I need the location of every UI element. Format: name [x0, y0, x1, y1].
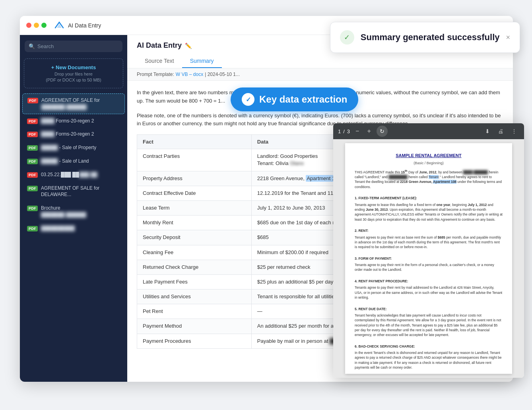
close-button[interactable]	[26, 23, 31, 28]
doc-badge-green: PDF	[27, 226, 38, 231]
prompt-bar: Prompt Template: W VB – docx | 2024-05-1…	[127, 68, 513, 81]
doc-name-8: Brochure ███████ ██████	[41, 205, 86, 218]
sidebar: 🔍 + New Documents Drop your files here (…	[20, 35, 127, 382]
upload-zone[interactable]: + New Documents Drop your files here (PD…	[24, 58, 123, 88]
table-cell-fact: Contract Parties	[137, 149, 252, 171]
bubble-check-circle: ✓	[242, 93, 254, 106]
prompt-label: Prompt Template:	[137, 72, 174, 77]
table-cell-fact: Utilities and Services	[137, 290, 252, 304]
minimize-button[interactable]	[34, 23, 39, 28]
search-input[interactable]	[37, 43, 118, 49]
pdf-print-button[interactable]: 🖨	[495, 126, 506, 136]
doc-item-1[interactable]: PDF AGREEMENT OF SALE for ███████ ██████	[22, 93, 125, 114]
pdf-viewer: 1 / 3 − + ↻ ⬇ 🖨 ⋮ SAMPLE RENTAL AGREEMEN…	[333, 123, 524, 378]
doc-name-3: ████ Forms-20-regen 2	[41, 131, 94, 138]
doc-badge-pdf: PDF	[27, 98, 38, 103]
doc-badge-pdf: PDF	[27, 132, 38, 137]
toast-close-button[interactable]: ×	[506, 33, 510, 42]
upload-subtitle2: (PDF or DOCX up to 50 MB)	[28, 78, 119, 82]
pdf-page-info: 1 / 3	[338, 128, 350, 134]
bubble-check-icon: ✓	[246, 96, 251, 103]
prompt-date: | 2024-05-10 1...	[205, 72, 240, 77]
table-cell-fact: Payment Method	[137, 319, 252, 334]
doc-item-4[interactable]: PDF █████ - Sale of Property	[22, 141, 125, 154]
table-cell-fact: Security Deposit	[137, 230, 252, 245]
toast-message: Summary generated successfully	[361, 32, 500, 43]
doc-list: PDF AGREEMENT OF SALE for ███████ ██████…	[20, 93, 127, 382]
doc-name-7: AGREEMENT OF SALE for DELAWARE...	[41, 185, 120, 198]
doc-badge-pdf: PDF	[27, 172, 38, 178]
app-title: AI Data Entry	[68, 22, 101, 29]
doc-badge-green: PDF	[27, 159, 38, 164]
doc-name-9: ██████████	[41, 225, 75, 232]
search-bar[interactable]: 🔍	[25, 41, 122, 52]
pdf-content[interactable]: SAMPLE RENTAL AGREEMENT (Basic / Beginni…	[333, 139, 524, 378]
doc-item-5[interactable]: PDF █████ - Sale of Land	[22, 155, 125, 168]
doc-item-2[interactable]: PDF ████ Forms-20-regen 2	[22, 115, 125, 128]
table-cell-fact: Returned Check Charge	[137, 260, 252, 274]
doc-item-8[interactable]: PDF Brochure ███████ ██████	[22, 202, 125, 222]
table-cell-fact: Monthly Rent	[137, 216, 252, 230]
pdf-download-button[interactable]: ⬇	[483, 126, 492, 136]
search-icon: 🔍	[29, 43, 35, 49]
pdf-more-button[interactable]: ⋮	[509, 126, 519, 136]
table-cell-fact: Pet Rent	[137, 304, 252, 319]
doc-name-4: █████ - Sale of Property	[41, 144, 96, 151]
toast-notification: ✓ Summary generated successfully ×	[330, 22, 520, 53]
upload-title: + New Documents	[28, 64, 119, 70]
doc-badge-green: PDF	[27, 145, 38, 151]
maximize-button[interactable]	[41, 23, 47, 28]
pdf-title: SAMPLE RENTAL AGREEMENT	[355, 153, 503, 159]
edit-icon[interactable]: ✏️	[185, 43, 192, 49]
doc-name-5: █████ - Sale of Land	[41, 158, 89, 165]
tabs: Source Text Summary	[137, 54, 503, 68]
doc-badge-green: PDF	[27, 186, 38, 191]
table-cell-fact: Contract Effective Date	[137, 186, 252, 200]
table-cell-fact: Cleaning Fee	[137, 245, 252, 260]
traffic-lights	[26, 23, 47, 28]
pdf-subtitle: (Basic / Beginning)	[355, 161, 503, 166]
key-extraction-bubble: ✓ Key data extraction	[231, 87, 358, 111]
doc-item-7[interactable]: PDF AGREEMENT OF SALE for DELAWARE...	[22, 182, 125, 202]
doc-name-2: ████ Forms-20-regen 2	[41, 118, 94, 124]
table-cell-fact: Payment Procedures	[137, 334, 252, 348]
toast-check-circle: ✓	[340, 30, 354, 45]
table-cell-fact: Property Address	[137, 171, 252, 186]
doc-name-6: 03.25.22.███ █████ ██	[41, 171, 97, 178]
table-cell-fact: Lease Term	[137, 200, 252, 215]
bubble-label: Key data extraction	[259, 94, 347, 105]
logo-icon	[54, 20, 65, 31]
table-cell-fact: Late Payment Fees	[137, 274, 252, 289]
doc-item-3[interactable]: PDF ████ Forms-20-regen 2	[22, 128, 125, 141]
check-icon: ✓	[344, 33, 350, 42]
tab-summary[interactable]: Summary	[182, 54, 222, 68]
doc-badge-green: PDF	[27, 206, 38, 211]
tab-source-text[interactable]: Source Text	[137, 54, 182, 68]
upload-subtitle1: Drop your files here	[28, 72, 119, 76]
logo-area: AI Data Entry	[54, 20, 101, 31]
pdf-rotate-button[interactable]: ↻	[377, 126, 388, 137]
prompt-link[interactable]: W VB – docx	[176, 72, 203, 77]
pdf-prev-button[interactable]: −	[353, 127, 361, 136]
pdf-page: SAMPLE RENTAL AGREEMENT (Basic / Beginni…	[345, 143, 512, 374]
pdf-body: THIS AGREEMENT made this 15th Day of Jun…	[355, 169, 503, 378]
doc-badge-pdf: PDF	[27, 119, 38, 124]
pdf-next-button[interactable]: +	[365, 127, 373, 136]
col-header-fact: Fact	[137, 135, 252, 149]
doc-name-1: AGREEMENT OF SALE for ███████ ██████	[41, 97, 100, 111]
pdf-toolbar: 1 / 3 − + ↻ ⬇ 🖨 ⋮	[333, 123, 524, 139]
doc-item-9[interactable]: PDF ██████████	[22, 222, 125, 235]
doc-item-6[interactable]: PDF 03.25.22.███ █████ ██	[22, 168, 125, 181]
